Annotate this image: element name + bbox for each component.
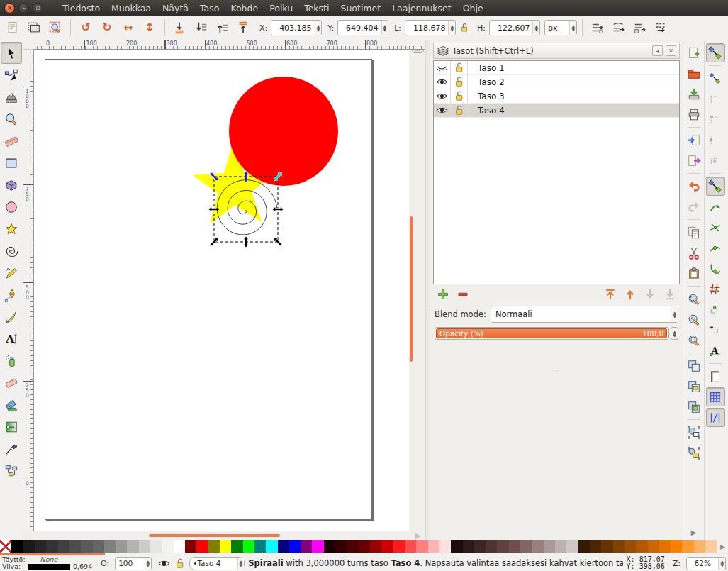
vertical-ruler[interactable]: 10007505002500: [23, 50, 34, 531]
scroll-expander[interactable]: [415, 533, 421, 540]
snap-rotation-centers-toggle[interactable]: [706, 321, 725, 340]
stroke-color-swatch[interactable]: [28, 564, 70, 570]
print-button[interactable]: [684, 105, 703, 124]
palette-swatch[interactable]: [682, 540, 693, 553]
blend-mode-select[interactable]: Normaali ▲▼: [491, 306, 678, 323]
vertical-scrollbar[interactable]: [410, 216, 413, 362]
delete-layer-button[interactable]: [454, 286, 471, 303]
palette-swatch[interactable]: [544, 540, 555, 553]
palette-swatch[interactable]: [347, 540, 358, 553]
palette-swatch[interactable]: [532, 540, 543, 553]
palette-swatch[interactable]: [405, 540, 416, 553]
box3d-tool[interactable]: [1, 174, 22, 196]
palette-swatch[interactable]: [301, 540, 312, 553]
layer-row-taso-4[interactable]: Taso 4: [434, 104, 679, 118]
rectangle-tool[interactable]: [1, 152, 22, 174]
layers-dialog-titlebar[interactable]: Tasot (Shift+Ctrl+L) ◂ ✕: [433, 43, 680, 59]
menu-tiedosto[interactable]: Tiedosto: [57, 1, 106, 15]
lower-button[interactable]: [191, 18, 211, 38]
palette-no-color[interactable]: [0, 540, 11, 553]
snap-bbox-centers-toggle[interactable]: [706, 151, 725, 170]
snap-path-intersections-toggle[interactable]: [706, 218, 725, 237]
dialog-close-button[interactable]: ✕: [666, 45, 676, 56]
window-resize-grip[interactable]: ⋱: [721, 563, 727, 570]
palette-swatch[interactable]: [162, 540, 173, 553]
width-field[interactable]: 118,678▲▼: [405, 20, 456, 35]
unit-stepper[interactable]: ▲▼: [569, 21, 576, 35]
palette-swatch[interactable]: [23, 540, 35, 553]
pen-tool[interactable]: [1, 284, 22, 306]
current-layer-stepper[interactable]: ▲▼: [237, 558, 245, 570]
palette-swatch[interactable]: [625, 540, 636, 553]
menu-suotimet[interactable]: Suotimet: [335, 1, 386, 15]
window-close-button[interactable]: ×: [4, 3, 15, 13]
palette-swatch[interactable]: [46, 540, 57, 553]
menu-laajennukset[interactable]: Laajennukset: [386, 1, 457, 15]
raise-button[interactable]: [213, 18, 233, 38]
palette-swatch[interactable]: [196, 540, 208, 553]
window-minimize-button[interactable]: –: [18, 3, 29, 13]
layer-visibility-toggle[interactable]: [434, 104, 451, 117]
eraser-tool[interactable]: [1, 372, 22, 394]
snap-bbox-toggle[interactable]: [706, 69, 725, 88]
opacity-slider[interactable]: Opacity (%) 100,0: [435, 327, 669, 340]
palette-swatch[interactable]: [208, 540, 220, 553]
palette-swatch[interactable]: [590, 540, 601, 553]
y-stepper[interactable]: ▲▼: [381, 21, 388, 35]
object-opacity-field[interactable]: 100▲▼: [115, 557, 152, 570]
palette-swatch[interactable]: [312, 540, 323, 553]
palette-swatch[interactable]: [555, 540, 566, 553]
object-opacity-stepper[interactable]: ▲▼: [145, 558, 152, 570]
snap-bbox-midpoints-toggle[interactable]: [706, 131, 725, 150]
palette-swatch[interactable]: [104, 540, 116, 553]
snap-bbox-edges-toggle[interactable]: [706, 89, 725, 109]
palette-swatch[interactable]: [497, 540, 508, 553]
palette-swatch[interactable]: [35, 540, 46, 553]
layer-lock-toggle[interactable]: [451, 104, 468, 117]
layer-lock-toggle[interactable]: [451, 89, 468, 103]
selector-tool[interactable]: [1, 42, 22, 64]
snap-grid-toggle[interactable]: [706, 387, 725, 406]
horizontal-ruler[interactable]: 0100200300400500600700800: [34, 40, 425, 50]
align-dialog-button[interactable]: [684, 443, 703, 462]
layer-lower-button[interactable]: [642, 286, 659, 303]
deselect-button[interactable]: [45, 18, 65, 38]
snap-guides-toggle[interactable]: [706, 408, 725, 427]
canvas-viewport[interactable]: [34, 50, 425, 531]
affect-gradient-toggle[interactable]: [630, 18, 650, 38]
lower-to-bottom-button[interactable]: [170, 18, 190, 38]
palette-swatch[interactable]: [451, 540, 462, 553]
layer-visibility-toggle[interactable]: [434, 75, 451, 89]
ellipse-tool[interactable]: [1, 196, 22, 218]
palette-swatch[interactable]: [601, 540, 612, 553]
palette-swatch[interactable]: [381, 540, 393, 553]
palette-swatch[interactable]: [231, 540, 242, 553]
circle-shape[interactable]: [229, 77, 338, 186]
snap-enable-toggle[interactable]: [706, 43, 725, 62]
palette-swatch[interactable]: [694, 540, 705, 553]
palette-swatch[interactable]: [393, 540, 405, 553]
menu-kohde[interactable]: Kohde: [225, 1, 264, 15]
select-all-button[interactable]: [3, 18, 23, 38]
snap-bbox-corners-toggle[interactable]: [706, 110, 725, 129]
commands-overflow-button[interactable]: ▶: [691, 528, 697, 536]
canvas-drawing[interactable]: [34, 50, 425, 531]
dock-resize-handle[interactable]: [425, 40, 430, 540]
copy-button[interactable]: [684, 223, 703, 242]
fill-stroke-indicator[interactable]: Täyttö: None Viiva: 0,694: [2, 556, 96, 570]
spiral-tool[interactable]: [1, 240, 22, 262]
layer-row-taso-3[interactable]: Taso 3: [434, 89, 679, 104]
fill-stroke-dialog-button[interactable]: [684, 423, 703, 442]
snap-smooth-nodes-toggle[interactable]: [706, 259, 725, 278]
open-document-button[interactable]: [684, 64, 703, 83]
palette-swatch[interactable]: [613, 540, 625, 553]
snap-page-border-toggle[interactable]: [706, 367, 725, 386]
palette-swatch[interactable]: [324, 540, 335, 553]
layer-lock-toggle[interactable]: [174, 558, 186, 570]
palette-swatch[interactable]: [705, 540, 717, 553]
palette-swatch[interactable]: [116, 540, 127, 553]
text-tool[interactable]: A: [1, 328, 22, 350]
palette-swatch[interactable]: [11, 540, 23, 553]
palette-swatch[interactable]: [439, 540, 451, 553]
raise-to-top-button[interactable]: [234, 18, 254, 38]
